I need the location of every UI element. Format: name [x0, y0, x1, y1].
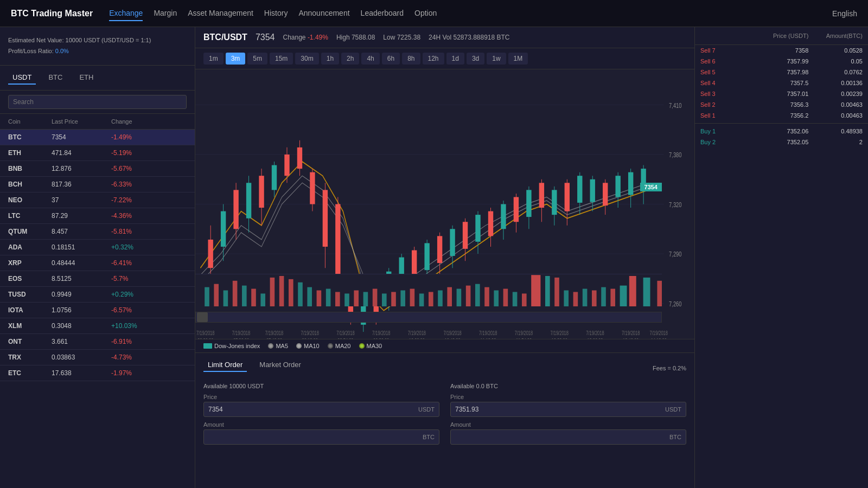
coin-row-xrp[interactable]: XRP 0.48444 -6.41% — [0, 255, 195, 271]
timeframe-btn-30m[interactable]: 30m — [295, 53, 318, 65]
nav-item-exchange[interactable]: Exchange — [109, 6, 143, 21]
scrollbar-handle-left[interactable] — [197, 312, 208, 322]
timeframe-btn-15m[interactable]: 15m — [270, 53, 293, 65]
coin-row-ada[interactable]: ADA 0.18151 +0.32% — [0, 240, 195, 255]
ob-sell-label: Sell 3 — [700, 91, 755, 97]
ob-sell-label: Sell 7 — [700, 47, 755, 54]
svg-rect-123 — [335, 292, 340, 306]
svg-rect-146 — [554, 278, 559, 306]
timeframe-btn-4h[interactable]: 4h — [361, 53, 379, 65]
ob-sell-price: 7356.3 — [755, 101, 809, 108]
timeframe-btn-6h[interactable]: 6h — [382, 53, 400, 65]
coin-row-bch[interactable]: BCH 817.36 -6.33% — [0, 177, 195, 192]
ob-header- — [700, 33, 755, 39]
svg-rect-151 — [601, 287, 606, 306]
coin-row-eth[interactable]: ETH 471.84 -5.19% — [0, 145, 195, 161]
timeframe-btn-3d[interactable]: 3d — [467, 53, 484, 65]
coin-row-ont[interactable]: ONT 3.661 -6.91% — [0, 334, 195, 350]
ma10-label: MA10 — [304, 343, 320, 349]
search-input[interactable] — [8, 95, 187, 109]
coin-row-ltc[interactable]: LTC 87.29 -4.36% — [0, 208, 195, 224]
timeframe-btn-1m[interactable]: 1m — [203, 53, 224, 65]
coin-row-trx[interactable]: TRX 0.03863 -4.73% — [0, 350, 195, 365]
coin-price-bnb: 12.876 — [52, 165, 111, 172]
ob-sell-label: Sell 5 — [700, 69, 755, 75]
svg-rect-14 — [221, 211, 226, 247]
svg-text:08:54:00: 08:54:00 — [337, 337, 353, 339]
dji-label: Dow-Jones index — [214, 343, 260, 349]
sell-amount-input[interactable] — [451, 430, 665, 444]
buy-price-input[interactable] — [204, 402, 414, 416]
svg-rect-118 — [289, 279, 293, 306]
nav-item-announcement[interactable]: Announcement — [298, 6, 349, 21]
order-panels: Available 10000 USDT Price USDT Amount — [203, 383, 686, 449]
nav-item-asset-management[interactable]: Asset Management — [188, 6, 253, 21]
timeframe-btn-8h[interactable]: 8h — [402, 53, 420, 65]
nav-item-leaderboard[interactable]: Leaderboard — [361, 6, 404, 21]
timeframe-btn-1w[interactable]: 1w — [487, 53, 506, 65]
timeframe-btn-2h[interactable]: 2h — [341, 53, 359, 65]
col-header-change: Change — [111, 118, 165, 125]
coin-row-neo[interactable]: NEO 37 -7.22% — [0, 192, 195, 208]
svg-rect-150 — [592, 291, 597, 307]
coin-row-iota[interactable]: IOTA 1.0756 -6.57% — [0, 303, 195, 318]
order-tab-limit-order[interactable]: Limit Order — [203, 358, 247, 372]
coin-price-qtum: 8.457 — [52, 228, 111, 235]
coin-row-xlm[interactable]: XLM 0.3048 +10.03% — [0, 318, 195, 334]
svg-text:7,320: 7,320 — [669, 201, 681, 208]
coin-row-bnb[interactable]: BNB 12.876 -5.67% — [0, 161, 195, 177]
currency-tab-btc[interactable]: BTC — [44, 71, 67, 85]
col-header-coin: Coin — [8, 118, 52, 125]
coin-row-btc[interactable]: BTC 7354 -1.49% — [0, 130, 195, 145]
svg-text:07:06:00: 07:06:00 — [233, 337, 249, 339]
current-price-tag: 7354 — [640, 183, 662, 191]
buy-amount-input[interactable] — [204, 430, 418, 444]
sell-price-label: Price — [450, 394, 686, 400]
chart-scrollbar[interactable] — [195, 312, 662, 323]
ob-row-buy-1: Buy 1 7352.06 0.48938 — [695, 126, 868, 137]
volume-svg — [195, 274, 662, 306]
currency-tab-eth[interactable]: ETH — [75, 71, 98, 85]
svg-rect-22 — [272, 165, 277, 190]
ob-sell-label: Sell 4 — [700, 80, 755, 86]
svg-rect-54 — [475, 215, 480, 242]
coin-row-eos[interactable]: EOS 8.5125 -5.7% — [0, 271, 195, 287]
timeframe-btn-3m[interactable]: 3m — [226, 53, 246, 65]
timeframe-btn-1M[interactable]: 1M — [508, 53, 528, 65]
svg-rect-28 — [310, 172, 315, 204]
coin-price-trx: 0.03863 — [52, 354, 111, 361]
svg-rect-72 — [590, 179, 595, 202]
nav-item-history[interactable]: History — [264, 6, 288, 21]
chart-low: Low 7225.38 — [383, 34, 420, 41]
nav-item-margin[interactable]: Margin — [154, 6, 177, 21]
ma5-indicator: MA5 — [268, 343, 288, 349]
coin-row-qtum[interactable]: QTUM 8.457 -5.81% — [0, 224, 195, 240]
coin-row-tusd[interactable]: TUSD 0.9949 +0.29% — [0, 287, 195, 303]
svg-text:7/19/2018: 7/19/2018 — [196, 330, 214, 336]
coin-name-tusd: TUSD — [8, 291, 52, 298]
svg-text:7/19/2018: 7/19/2018 — [650, 330, 668, 336]
account-info: Estimated Net Value: 10000 USDT (USDT/US… — [0, 27, 195, 66]
timeframe-btn-1h[interactable]: 1h — [321, 53, 339, 65]
svg-rect-68 — [565, 183, 570, 211]
order-tab-market-order[interactable]: Market Order — [255, 358, 305, 372]
chart-header: BTC/USDT 7354 Change -1.49% High 7588.08… — [195, 27, 694, 48]
svg-rect-136 — [457, 289, 462, 306]
timeframe-btn-1d[interactable]: 1d — [446, 53, 464, 65]
coin-change-qtum: -5.81% — [111, 228, 165, 235]
language-selector[interactable]: English — [832, 9, 857, 18]
timeframe-btn-12h[interactable]: 12h — [423, 53, 444, 65]
order-tab-bar: Limit OrderMarket Order Fees = 0.2% — [203, 358, 686, 377]
buy-amount-field: Amount BTC — [203, 421, 439, 445]
nav-item-option[interactable]: Option — [414, 6, 437, 21]
coin-row-etc[interactable]: ETC 17.638 -1.97% — [0, 365, 195, 381]
coin-change-ont: -6.91% — [111, 338, 165, 345]
svg-text:7/19/2018: 7/19/2018 — [265, 330, 283, 336]
currency-tab-usdt[interactable]: USDT — [8, 71, 36, 85]
timeframe-btn-5m[interactable]: 5m — [247, 53, 267, 65]
svg-rect-134 — [438, 291, 443, 307]
sell-price-input[interactable] — [451, 402, 661, 416]
buy-price-field: Price USDT — [203, 394, 439, 417]
coin-change-xrp: -6.41% — [111, 259, 165, 267]
ob-sell-price: 7357.5 — [755, 80, 809, 86]
